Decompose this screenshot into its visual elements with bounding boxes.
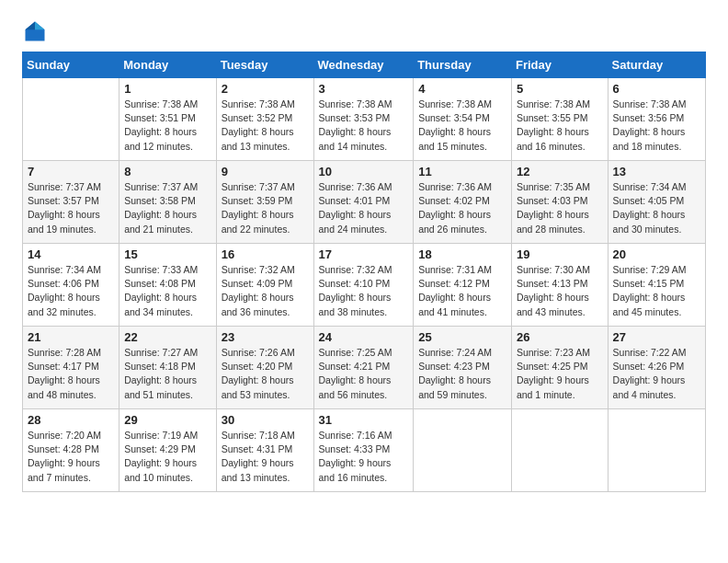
calendar-table: SundayMondayTuesdayWednesdayThursdayFrid…: [22, 52, 706, 492]
day-info: Sunrise: 7:20 AM Sunset: 4:28 PM Dayligh…: [28, 429, 114, 485]
day-info: Sunrise: 7:33 AM Sunset: 4:08 PM Dayligh…: [124, 263, 210, 319]
calendar-cell: 17Sunrise: 7:32 AM Sunset: 4:10 PM Dayli…: [313, 244, 414, 327]
day-info: Sunrise: 7:36 AM Sunset: 4:01 PM Dayligh…: [319, 180, 409, 236]
weekday-header-monday: Monday: [119, 52, 216, 78]
weekday-header-wednesday: Wednesday: [313, 52, 414, 78]
day-number: 29: [124, 413, 210, 427]
svg-marker-1: [35, 22, 45, 30]
calendar-cell: 15Sunrise: 7:33 AM Sunset: 4:08 PM Dayli…: [119, 244, 216, 327]
logo: [22, 18, 51, 44]
day-number: 6: [613, 82, 700, 96]
calendar-cell: 2Sunrise: 7:38 AM Sunset: 3:52 PM Daylig…: [216, 78, 313, 161]
day-number: 9: [222, 165, 309, 178]
day-info: Sunrise: 7:34 AM Sunset: 4:05 PM Dayligh…: [613, 180, 700, 236]
day-info: Sunrise: 7:30 AM Sunset: 4:13 PM Dayligh…: [517, 263, 603, 319]
day-number: 24: [319, 330, 409, 344]
day-number: 2: [222, 82, 309, 96]
day-number: 31: [319, 413, 409, 427]
weekday-header-sunday: Sunday: [23, 52, 119, 78]
day-info: Sunrise: 7:16 AM Sunset: 4:33 PM Dayligh…: [319, 429, 409, 485]
day-info: Sunrise: 7:24 AM Sunset: 4:23 PM Dayligh…: [418, 346, 506, 402]
day-number: 19: [517, 247, 603, 261]
calendar-week-row: 7Sunrise: 7:37 AM Sunset: 3:57 PM Daylig…: [23, 161, 706, 244]
calendar-cell: 31Sunrise: 7:16 AM Sunset: 4:33 PM Dayli…: [313, 409, 414, 492]
calendar-cell: 9Sunrise: 7:37 AM Sunset: 3:59 PM Daylig…: [216, 161, 313, 244]
day-number: 4: [418, 82, 506, 96]
calendar-cell: 25Sunrise: 7:24 AM Sunset: 4:23 PM Dayli…: [414, 327, 512, 409]
calendar-cell: 6Sunrise: 7:38 AM Sunset: 3:56 PM Daylig…: [608, 78, 705, 161]
day-info: Sunrise: 7:38 AM Sunset: 3:52 PM Dayligh…: [222, 98, 309, 154]
day-info: Sunrise: 7:32 AM Sunset: 4:09 PM Dayligh…: [222, 263, 309, 319]
page-header: [22, 18, 706, 44]
weekday-header-row: SundayMondayTuesdayWednesdayThursdayFrid…: [23, 52, 706, 78]
calendar-cell: 20Sunrise: 7:29 AM Sunset: 4:15 PM Dayli…: [608, 244, 705, 327]
calendar-cell: 22Sunrise: 7:27 AM Sunset: 4:18 PM Dayli…: [119, 327, 216, 409]
calendar-cell: 18Sunrise: 7:31 AM Sunset: 4:12 PM Dayli…: [414, 244, 512, 327]
calendar-cell: 11Sunrise: 7:36 AM Sunset: 4:02 PM Dayli…: [414, 161, 512, 244]
calendar-cell: 24Sunrise: 7:25 AM Sunset: 4:21 PM Dayli…: [313, 327, 414, 409]
day-number: 25: [418, 330, 506, 344]
day-number: 21: [28, 330, 114, 344]
day-info: Sunrise: 7:19 AM Sunset: 4:29 PM Dayligh…: [124, 429, 210, 485]
day-info: Sunrise: 7:38 AM Sunset: 3:51 PM Dayligh…: [124, 98, 210, 154]
calendar-week-row: 28Sunrise: 7:20 AM Sunset: 4:28 PM Dayli…: [23, 409, 706, 492]
day-number: 20: [613, 247, 700, 261]
day-info: Sunrise: 7:23 AM Sunset: 4:25 PM Dayligh…: [517, 346, 603, 402]
weekday-header-thursday: Thursday: [414, 52, 512, 78]
calendar-cell: 26Sunrise: 7:23 AM Sunset: 4:25 PM Dayli…: [511, 327, 608, 409]
calendar-cell: 30Sunrise: 7:18 AM Sunset: 4:31 PM Dayli…: [216, 409, 313, 492]
calendar-cell: [511, 409, 608, 492]
calendar-week-row: 1Sunrise: 7:38 AM Sunset: 3:51 PM Daylig…: [23, 78, 706, 161]
day-number: 10: [319, 165, 409, 178]
day-info: Sunrise: 7:38 AM Sunset: 3:56 PM Dayligh…: [613, 98, 700, 154]
calendar-cell: 14Sunrise: 7:34 AM Sunset: 4:06 PM Dayli…: [23, 244, 119, 327]
calendar-cell: 28Sunrise: 7:20 AM Sunset: 4:28 PM Dayli…: [23, 409, 119, 492]
day-number: 13: [613, 165, 700, 178]
calendar-cell: [23, 78, 119, 161]
day-number: 14: [28, 247, 114, 261]
weekday-header-friday: Friday: [511, 52, 608, 78]
day-number: 30: [222, 413, 309, 427]
day-number: 8: [124, 165, 210, 178]
calendar-cell: 23Sunrise: 7:26 AM Sunset: 4:20 PM Dayli…: [216, 327, 313, 409]
calendar-cell: 10Sunrise: 7:36 AM Sunset: 4:01 PM Dayli…: [313, 161, 414, 244]
day-info: Sunrise: 7:29 AM Sunset: 4:15 PM Dayligh…: [613, 263, 700, 319]
day-number: 22: [124, 330, 210, 344]
day-info: Sunrise: 7:18 AM Sunset: 4:31 PM Dayligh…: [222, 429, 309, 485]
calendar-cell: 1Sunrise: 7:38 AM Sunset: 3:51 PM Daylig…: [119, 78, 216, 161]
day-info: Sunrise: 7:31 AM Sunset: 4:12 PM Dayligh…: [418, 263, 506, 319]
day-info: Sunrise: 7:32 AM Sunset: 4:10 PM Dayligh…: [319, 263, 409, 319]
calendar-cell: 5Sunrise: 7:38 AM Sunset: 3:55 PM Daylig…: [511, 78, 608, 161]
calendar-cell: 3Sunrise: 7:38 AM Sunset: 3:53 PM Daylig…: [313, 78, 414, 161]
day-info: Sunrise: 7:36 AM Sunset: 4:02 PM Dayligh…: [418, 180, 506, 236]
day-number: 26: [517, 330, 603, 344]
day-info: Sunrise: 7:28 AM Sunset: 4:17 PM Dayligh…: [28, 346, 114, 402]
day-info: Sunrise: 7:35 AM Sunset: 4:03 PM Dayligh…: [517, 180, 603, 236]
weekday-header-tuesday: Tuesday: [216, 52, 313, 78]
calendar-cell: 12Sunrise: 7:35 AM Sunset: 4:03 PM Dayli…: [511, 161, 608, 244]
day-number: 18: [418, 247, 506, 261]
day-info: Sunrise: 7:37 AM Sunset: 3:58 PM Dayligh…: [124, 180, 210, 236]
calendar-cell: 16Sunrise: 7:32 AM Sunset: 4:09 PM Dayli…: [216, 244, 313, 327]
calendar-cell: 13Sunrise: 7:34 AM Sunset: 4:05 PM Dayli…: [608, 161, 705, 244]
calendar-week-row: 21Sunrise: 7:28 AM Sunset: 4:17 PM Dayli…: [23, 327, 706, 409]
day-info: Sunrise: 7:27 AM Sunset: 4:18 PM Dayligh…: [124, 346, 210, 402]
calendar-cell: 8Sunrise: 7:37 AM Sunset: 3:58 PM Daylig…: [119, 161, 216, 244]
day-info: Sunrise: 7:37 AM Sunset: 3:59 PM Dayligh…: [222, 180, 309, 236]
day-number: 1: [124, 82, 210, 96]
weekday-header-saturday: Saturday: [608, 52, 705, 78]
day-number: 17: [319, 247, 409, 261]
logo-icon: [22, 18, 48, 44]
day-number: 7: [28, 165, 114, 178]
calendar-week-row: 14Sunrise: 7:34 AM Sunset: 4:06 PM Dayli…: [23, 244, 706, 327]
day-number: 11: [418, 165, 506, 178]
day-number: 15: [124, 247, 210, 261]
calendar-cell: [414, 409, 512, 492]
calendar-cell: 27Sunrise: 7:22 AM Sunset: 4:26 PM Dayli…: [608, 327, 705, 409]
day-info: Sunrise: 7:25 AM Sunset: 4:21 PM Dayligh…: [319, 346, 409, 402]
calendar-cell: 19Sunrise: 7:30 AM Sunset: 4:13 PM Dayli…: [511, 244, 608, 327]
day-info: Sunrise: 7:34 AM Sunset: 4:06 PM Dayligh…: [28, 263, 114, 319]
calendar-cell: 4Sunrise: 7:38 AM Sunset: 3:54 PM Daylig…: [414, 78, 512, 161]
day-info: Sunrise: 7:26 AM Sunset: 4:20 PM Dayligh…: [222, 346, 309, 402]
day-info: Sunrise: 7:38 AM Sunset: 3:55 PM Dayligh…: [517, 98, 603, 154]
